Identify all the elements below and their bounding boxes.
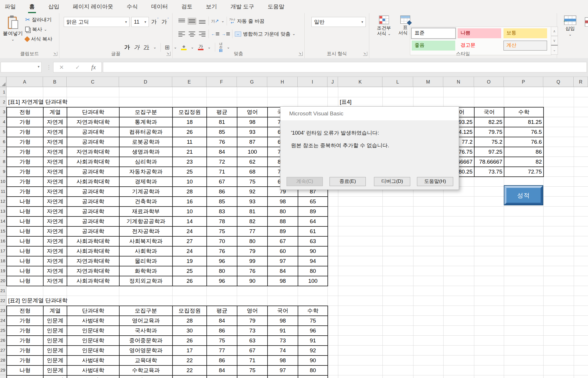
row-header-9[interactable]: 9: [0, 167, 6, 176]
row-header-18[interactable]: 18: [0, 256, 6, 266]
cell[interactable]: 10: [173, 207, 207, 217]
cell[interactable]: 60: [268, 247, 298, 256]
cell[interactable]: 100: [298, 276, 328, 286]
cell[interactable]: 73: [237, 326, 268, 336]
ribbon-tab-8[interactable]: 보기: [205, 0, 218, 13]
ribbon-tab-7[interactable]: 검토: [180, 0, 194, 13]
header-cell[interactable]: 수학: [298, 306, 328, 316]
cell[interactable]: 나형: [7, 276, 44, 286]
cell[interactable]: 나형: [7, 217, 44, 227]
cell[interactable]: 75: [237, 177, 268, 187]
cell[interactable]: 사회학과: [120, 247, 173, 256]
cell[interactable]: 자연계: [44, 276, 67, 286]
cell[interactable]: 89: [268, 227, 298, 237]
row-header-19[interactable]: 19: [0, 266, 6, 276]
number-format-select[interactable]: 일반 ▾: [311, 17, 366, 27]
cell[interactable]: 92: [298, 346, 328, 356]
select-all-button[interactable]: [0, 77, 6, 87]
decrease-indent-button[interactable]: ←: [211, 32, 219, 36]
cell[interactable]: 인문계: [44, 336, 67, 346]
cell[interactable]: 가형: [7, 157, 44, 167]
cell[interactable]: 나형: [7, 247, 44, 256]
cell[interactable]: 자연과학대학: [67, 256, 120, 266]
header-cell[interactable]: 국어: [268, 306, 298, 316]
cell[interactable]: 30: [173, 326, 207, 336]
header-cell[interactable]: 전형: [7, 306, 44, 316]
cell[interactable]: 75: [207, 227, 237, 237]
cell-style-4[interactable]: 좋음: [412, 41, 455, 51]
cell-style-6[interactable]: 계산: [503, 41, 547, 51]
col-header-16[interactable]: P: [504, 77, 543, 87]
insert-cells-button[interactable]: ← 삽입⌄: [561, 15, 580, 37]
cell[interactable]: 전자공학과: [120, 227, 173, 237]
cell[interactable]: 정치외교학과: [120, 276, 173, 286]
ribbon-tab-1[interactable]: 파일: [4, 0, 17, 13]
cancel-icon[interactable]: ✕: [59, 64, 64, 71]
cell[interactable]: 인문대학: [67, 346, 120, 356]
cell[interactable]: 16: [173, 197, 207, 207]
cell[interactable]: 70: [207, 237, 237, 247]
cell[interactable]: 87: [237, 137, 268, 147]
row-header-24[interactable]: 24: [0, 315, 6, 325]
cell[interactable]: 심리학과: [120, 157, 173, 167]
cell[interactable]: 공과대학: [67, 127, 120, 137]
cell[interactable]: 71: [237, 356, 268, 366]
cell[interactable]: 자연과학대학: [67, 117, 120, 127]
font-name-select[interactable]: 맑은 고딕 ▾: [64, 17, 130, 27]
cell[interactable]: 28: [173, 316, 207, 326]
cell[interactable]: 76.6: [504, 137, 544, 147]
cell[interactable]: 92: [237, 187, 268, 197]
col-header-5[interactable]: E: [172, 77, 206, 87]
row-header-11[interactable]: 11: [0, 186, 6, 196]
cell[interactable]: 80: [237, 237, 268, 247]
cell-style-2[interactable]: 나쁨: [458, 28, 501, 38]
cell-style-1[interactable]: 표준: [412, 28, 455, 38]
cell[interactable]: 81: [207, 117, 237, 127]
cell[interactable]: 90: [237, 276, 268, 286]
merge-center-button[interactable]: ↔ 병합하고 가운데 맞춤 ⌄: [235, 31, 295, 37]
cell[interactable]: 83: [207, 207, 237, 217]
cell[interactable]: 63: [298, 237, 328, 247]
cell[interactable]: 사회복지학과: [120, 237, 173, 247]
col-header-9[interactable]: I: [298, 77, 327, 87]
increase-indent-button[interactable]: →: [222, 32, 230, 36]
cell[interactable]: 62: [237, 157, 268, 167]
cell[interactable]: 국어교육과: [120, 376, 173, 378]
row-header-12[interactable]: 12: [0, 196, 6, 206]
col-header-7[interactable]: G: [237, 77, 267, 87]
header-cell[interactable]: 전형: [7, 107, 44, 117]
align-top-button[interactable]: [178, 18, 186, 24]
header-cell[interactable]: 모집정원: [173, 306, 207, 316]
cell[interactable]: 75.2: [475, 137, 504, 147]
cell[interactable]: 영어영문학과: [120, 346, 173, 356]
delete-cells-icon[interactable]: [585, 17, 588, 27]
cell[interactable]: 86: [207, 356, 237, 366]
cell[interactable]: 자연계: [44, 207, 67, 217]
cell[interactable]: 76.5: [504, 127, 544, 137]
col-header-18[interactable]: R: [574, 77, 588, 87]
font-size-select[interactable]: 11 ▾: [131, 17, 149, 27]
cell[interactable]: 28: [173, 376, 207, 378]
cell[interactable]: 72.75: [504, 167, 544, 177]
row-header-16[interactable]: 16: [0, 236, 6, 246]
cell[interactable]: 21: [173, 147, 207, 157]
cell[interactable]: 67: [207, 177, 237, 187]
align-middle-button[interactable]: [188, 18, 196, 24]
cell[interactable]: 재료과학부: [120, 207, 173, 217]
cell[interactable]: 인문계: [44, 366, 67, 376]
table4-label[interactable]: [표4]: [340, 97, 351, 107]
cell[interactable]: 98: [268, 356, 298, 366]
cell[interactable]: 89: [298, 207, 328, 217]
cell[interactable]: 80: [207, 266, 237, 276]
cell[interactable]: 77: [237, 227, 268, 237]
cell[interactable]: 가형: [7, 147, 44, 157]
cell[interactable]: 공과대학: [67, 187, 120, 197]
cell[interactable]: 인문계: [44, 376, 67, 378]
shrink-font-button[interactable]: 가ˇ: [161, 18, 169, 26]
dialog-launcher-icon[interactable]: ↘: [299, 52, 303, 56]
cell[interactable]: 자연계: [44, 167, 67, 177]
cell[interactable]: 생명과학과: [120, 147, 173, 157]
row-header-13[interactable]: 13: [0, 206, 6, 216]
cell[interactable]: 공과대학: [67, 137, 120, 147]
cell[interactable]: 98: [237, 117, 268, 127]
